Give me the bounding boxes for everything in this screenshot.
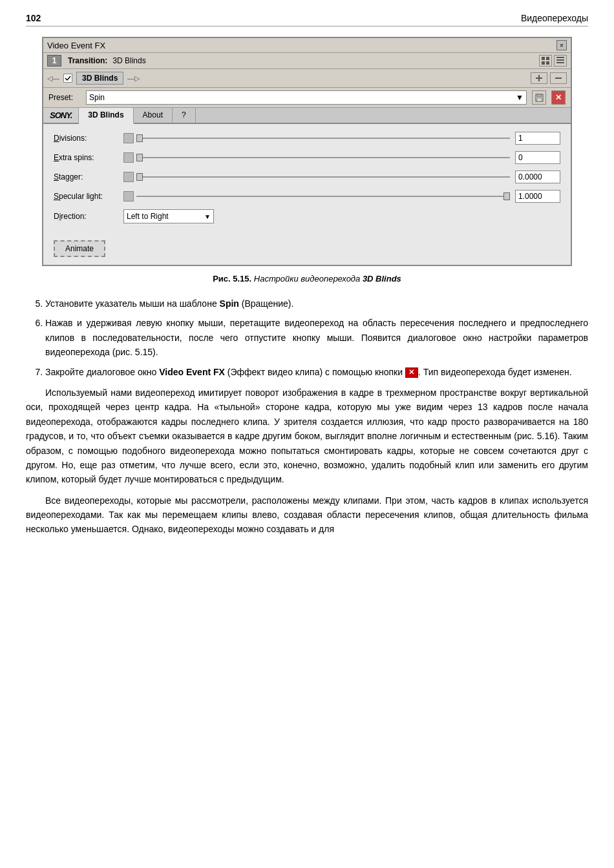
- plugin-content: Divisions: 1 Extra spins:: [43, 124, 571, 265]
- stagger-slider-track[interactable]: [136, 176, 510, 178]
- paragraph-1: Используемый нами видеопереход имитирует…: [26, 386, 588, 487]
- stagger-slider-box[interactable]: [123, 172, 134, 182]
- param-slider-stagger: [123, 172, 510, 182]
- caption-text: Настройки видеоперехода: [254, 274, 363, 284]
- grid-icon-1[interactable]: [539, 55, 552, 67]
- param-row-specular: Specular light: 1.0000: [54, 190, 560, 203]
- grid-icon-2[interactable]: [554, 55, 567, 67]
- extraspins-slider-box[interactable]: [123, 152, 134, 163]
- param-label-direction: Direction:: [54, 212, 118, 221]
- param-value-stagger[interactable]: 0.0000: [515, 170, 560, 183]
- svg-rect-1: [546, 57, 549, 60]
- figure-caption: Рис. 5.15. Настройки видеоперехода 3D Bl…: [26, 274, 588, 284]
- caption-bold: 3D Blinds: [363, 274, 401, 284]
- divisions-slider-box[interactable]: [123, 133, 134, 143]
- tab-help[interactable]: ?: [173, 108, 196, 123]
- param-row-direction: Direction: Left to Right ▼: [54, 209, 560, 223]
- param-row-extraspins: Extra spins: 0: [54, 151, 560, 164]
- param-label-divisions: Divisions:: [54, 134, 118, 143]
- tab-3dblinds[interactable]: 3D Blinds: [79, 108, 133, 124]
- extraspins-slider-track[interactable]: [136, 157, 510, 158]
- specular-slider-box[interactable]: [123, 191, 134, 202]
- paragraph-2: Все видеопереходы, которые мы рассмотрел…: [26, 493, 588, 537]
- svg-rect-4: [556, 57, 564, 58]
- param-row-divisions: Divisions: 1: [54, 132, 560, 145]
- preset-save-button[interactable]: [532, 90, 546, 105]
- dialog-close-button[interactable]: ×: [556, 40, 567, 50]
- specular-slider-track[interactable]: [136, 196, 510, 197]
- svg-rect-2: [542, 61, 545, 65]
- video-event-fx-dialog: Video Event FX × 1 Transition: 3D Blinds…: [42, 37, 572, 266]
- page-header: 102 Видеопереходы: [26, 13, 588, 26]
- caption-prefix: Рис. 5.15.: [213, 274, 251, 284]
- direction-value: Left to Right: [127, 212, 169, 221]
- tab-sony[interactable]: SONY.: [43, 108, 79, 123]
- transition-value: 3D Blinds: [112, 56, 536, 65]
- param-label-stagger: Stagger:: [54, 172, 118, 181]
- fx-add-button[interactable]: [531, 72, 547, 84]
- param-slider-specular: [123, 191, 510, 202]
- stagger-slider-thumb[interactable]: [136, 173, 143, 181]
- page-number: 102: [26, 13, 41, 23]
- fx-chain-left-connector: ◁—: [47, 74, 59, 83]
- specular-slider-thumb[interactable]: [503, 192, 510, 200]
- svg-rect-0: [542, 57, 545, 60]
- direction-dropdown-arrow: ▼: [204, 213, 211, 220]
- animate-section: Animate: [54, 234, 560, 257]
- fx-plugin-box[interactable]: 3D Blinds: [76, 72, 123, 85]
- param-label-specular: Specular light:: [54, 192, 118, 201]
- transition-label: Transition:: [68, 56, 107, 65]
- svg-rect-12: [537, 98, 542, 101]
- preset-select[interactable]: Spin ▼: [86, 90, 527, 105]
- preset-delete-button[interactable]: ✕: [551, 90, 566, 105]
- fx-chain-bar: ◁— 3D Blinds —▷: [43, 69, 571, 88]
- fx-toolbar-right: [531, 72, 567, 84]
- dialog-title: Video Event FX: [47, 41, 105, 50]
- fx-enable-checkbox[interactable]: [63, 74, 72, 83]
- dialog-toolbar: 1 Transition: 3D Blinds: [43, 53, 571, 69]
- list-item-5: Установите указатель мыши на шаблоне Spi…: [45, 296, 588, 311]
- param-slider-divisions: [123, 133, 510, 143]
- direction-dropdown[interactable]: Left to Right ▼: [123, 209, 214, 223]
- svg-rect-6: [556, 62, 564, 63]
- svg-rect-3: [546, 61, 549, 65]
- extraspins-slider-thumb[interactable]: [136, 154, 143, 161]
- preset-label: Preset:: [48, 93, 81, 102]
- dialog-titlebar: Video Event FX ×: [43, 38, 571, 53]
- list-item-6: Нажав и удерживая левую кнопку мыши, пер…: [45, 316, 588, 359]
- param-value-extraspins[interactable]: 0: [515, 151, 560, 164]
- animate-button[interactable]: Animate: [54, 240, 105, 257]
- preset-dropdown-arrow: ▼: [516, 93, 524, 102]
- plugin-area: SONY. 3D Blinds About ? Divisions:: [43, 108, 571, 265]
- track-number-box: 1: [47, 55, 61, 67]
- numbered-list: Установите указатель мыши на шаблоне Spi…: [45, 296, 588, 379]
- fx-chain-right-arrow: —▷: [127, 74, 140, 83]
- param-value-divisions[interactable]: 1: [515, 132, 560, 145]
- param-value-specular[interactable]: 1.0000: [515, 190, 560, 203]
- fx-remove-button[interactable]: [550, 72, 567, 84]
- preset-bar: Preset: Spin ▼ ✕: [43, 88, 571, 108]
- x-icon-inline: ✕: [405, 367, 418, 378]
- list-item-7: Закройте диалоговое окно Video Event FX …: [45, 365, 588, 379]
- page-title: Видеопереходы: [521, 13, 588, 23]
- param-row-stagger: Stagger: 0.0000: [54, 170, 560, 183]
- divisions-slider-track[interactable]: [136, 138, 510, 139]
- toolbar-right-icons: [539, 55, 567, 67]
- param-label-extraspins: Extra spins:: [54, 153, 118, 162]
- divisions-slider-thumb[interactable]: [136, 134, 143, 142]
- svg-rect-5: [556, 59, 564, 61]
- tab-about[interactable]: About: [134, 108, 173, 123]
- svg-rect-11: [537, 94, 542, 97]
- plugin-tabs: SONY. 3D Blinds About ?: [43, 108, 571, 124]
- param-slider-extraspins: [123, 152, 510, 163]
